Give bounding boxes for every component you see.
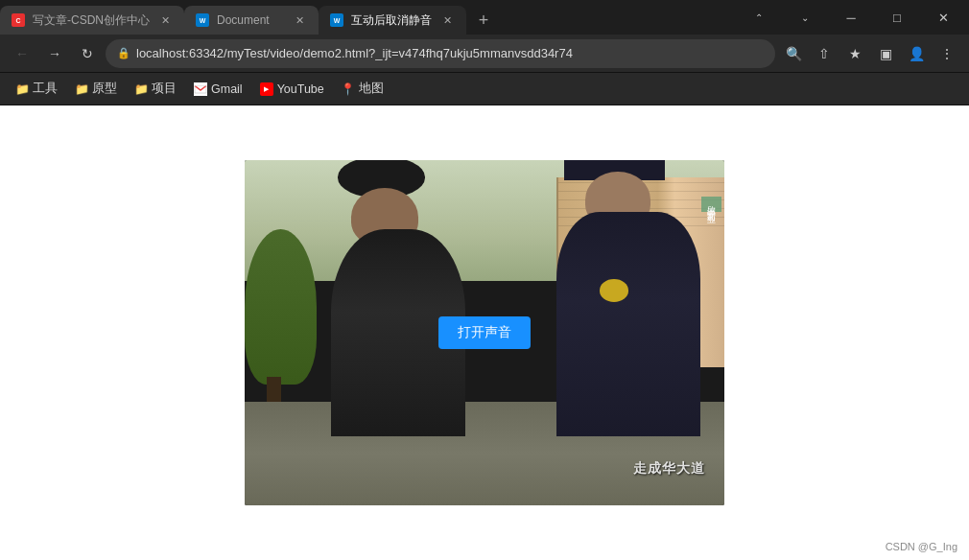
footer-text: CSDN @G_Ing — [886, 541, 957, 552]
toolbar: ← → ↻ 🔒 localhost:63342/myTest/video/dem… — [0, 35, 969, 73]
share-button[interactable]: ⇧ — [810, 39, 839, 68]
open-sound-button[interactable]: 打开声音 — [438, 316, 531, 349]
bookmark-label-prototype: 原型 — [92, 81, 117, 97]
bookmark-prototype[interactable]: 📁 原型 — [67, 77, 125, 101]
tab-label-active: 互动后取消静音 — [351, 12, 432, 29]
lock-icon: 🔒 — [117, 47, 130, 59]
folder-icon-project: 📁 — [134, 82, 148, 96]
bookmark-label-gmail: Gmail — [211, 82, 243, 96]
tab-csdn[interactable]: C 写文章-CSDN创作中心 ✕ — [0, 6, 184, 35]
folder-icon-tools: 📁 — [15, 82, 29, 96]
police-body — [556, 212, 700, 436]
bookmark-project[interactable]: 📁 项目 — [127, 77, 184, 101]
minimize-button[interactable]: ─ — [829, 0, 873, 35]
back-button[interactable]: ← — [8, 39, 36, 68]
video-watermark: 走成华大道 — [633, 460, 705, 478]
tab-label-csdn: 写文章-CSDN创作中心 — [33, 12, 150, 29]
search-icon-button[interactable]: 🔍 — [779, 39, 808, 68]
profile-button[interactable]: 👤 — [902, 39, 931, 68]
bookmark-star-button[interactable]: ★ — [840, 39, 869, 68]
bookmark-tools[interactable]: 📁 工具 — [8, 77, 65, 101]
title-bar: C 写文章-CSDN创作中心 ✕ W Document ✕ W 互动后取消静音 … — [0, 0, 969, 35]
tab-scroll-up-button[interactable]: ⌃ — [737, 0, 781, 35]
tab-active[interactable]: W 互动后取消静音 ✕ — [319, 6, 466, 35]
more-menu-button[interactable]: ⋮ — [933, 39, 961, 68]
bookmark-label-youtube: YouTube — [277, 82, 324, 96]
cast-button[interactable]: ▣ — [871, 39, 900, 68]
tab-favicon-active: W — [330, 13, 343, 27]
gmail-icon — [194, 82, 207, 96]
browser-window: C 写文章-CSDN创作中心 ✕ W Document ✕ W 互动后取消静音 … — [0, 0, 969, 560]
ws-icon-2: W — [330, 13, 343, 27]
window-controls: ⌃ ⌄ ─ □ ✕ — [733, 0, 969, 35]
tab-favicon-document: W — [196, 13, 209, 27]
tab-label-document: Document — [217, 13, 284, 27]
bookmark-label-tools: 工具 — [33, 81, 58, 97]
video-tree — [245, 229, 317, 385]
bookmarks-bar: 📁 工具 📁 原型 📁 项目 Gmail ▶ — [0, 73, 969, 105]
csdn-icon: C — [12, 13, 25, 27]
ws-icon-1: W — [196, 13, 209, 27]
tab-document[interactable]: W Document ✕ — [184, 6, 319, 35]
tab-favicon-csdn: C — [12, 13, 25, 27]
tab-close-csdn[interactable]: ✕ — [157, 12, 173, 28]
tab-close-document[interactable]: ✕ — [292, 12, 307, 28]
police-badge — [600, 279, 628, 301]
video-player: 欣洲中新药业 走成华大道 打开声音 — [245, 160, 724, 505]
bookmark-label-maps: 地图 — [359, 81, 384, 97]
address-bar[interactable]: 🔒 localhost:63342/myTest/video/demo2.htm… — [106, 39, 775, 68]
bookmark-gmail[interactable]: Gmail — [186, 79, 250, 100]
video-figure-police — [556, 212, 700, 436]
bookmark-maps[interactable]: 📍 地图 — [334, 77, 391, 101]
page-footer: CSDN @G_Ing — [886, 541, 957, 552]
video-sign: 欣洲中新药业 — [701, 197, 721, 212]
page-content: 欣洲中新药业 走成华大道 打开声音 — [0, 105, 969, 560]
bookmark-youtube[interactable]: ▶ YouTube — [252, 79, 332, 100]
bookmark-label-project: 项目 — [152, 81, 177, 97]
tabs-area: C 写文章-CSDN创作中心 ✕ W Document ✕ W 互动后取消静音 … — [0, 0, 733, 35]
tab-close-active[interactable]: ✕ — [439, 12, 455, 28]
youtube-icon: ▶ — [260, 82, 273, 96]
new-tab-button[interactable]: + — [470, 7, 497, 34]
refresh-button[interactable]: ↻ — [73, 39, 102, 68]
close-button[interactable]: ✕ — [921, 0, 965, 35]
address-text: localhost:63342/myTest/video/demo2.html?… — [136, 46, 764, 60]
maps-icon: 📍 — [342, 82, 355, 96]
forward-button[interactable]: → — [40, 39, 69, 68]
tab-scroll-down-button[interactable]: ⌄ — [783, 0, 827, 35]
toolbar-actions: 🔍 ⇧ ★ ▣ 👤 ⋮ — [779, 39, 961, 68]
restore-button[interactable]: □ — [875, 0, 919, 35]
folder-icon-prototype: 📁 — [75, 82, 88, 96]
